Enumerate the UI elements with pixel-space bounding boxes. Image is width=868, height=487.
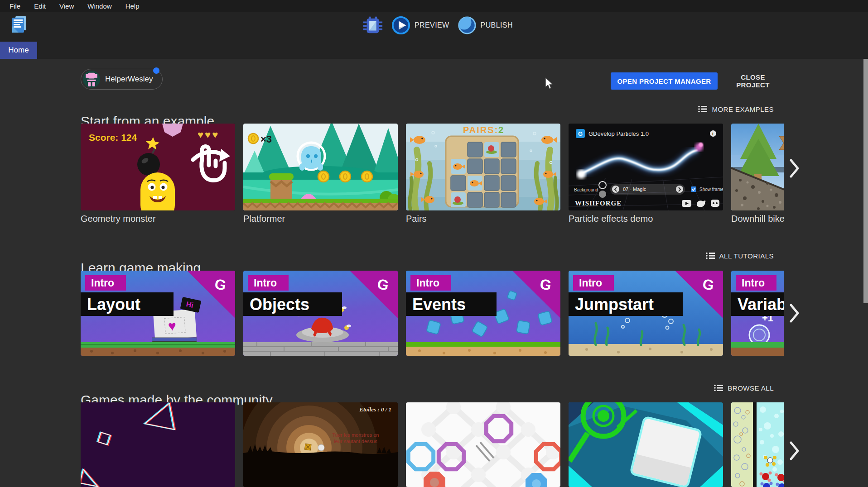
tutorials-next-button[interactable]: [789, 303, 800, 323]
notification-dot: [153, 67, 159, 74]
user-chip[interactable]: HelperWesley: [81, 69, 163, 90]
tutorial-card-variables[interactable]: G +1 Intro Variables: [731, 271, 784, 356]
svg-text:Jumpstart: Jumpstart: [575, 295, 654, 314]
tutorial-card-jumpstart[interactable]: G Intro Jumpstart: [569, 271, 723, 356]
svg-text:Background: Background: [574, 187, 598, 192]
svg-text:♥: ♥: [168, 318, 177, 334]
all-tutorials-label: ALL TUTORIALS: [719, 252, 774, 260]
card-label: Pairs: [406, 214, 562, 224]
platformer-thumbnail: ×3: [243, 124, 398, 210]
card-label: Geometry monster: [81, 214, 237, 224]
preview-button[interactable]: PREVIEW: [391, 16, 449, 35]
menu-item-help[interactable]: Help: [120, 1, 145, 11]
example-card-pairs[interactable]: PAIRS: 2: [406, 124, 560, 210]
close-project-button[interactable]: CLOSE PROJECT: [721, 72, 785, 90]
community-game-4-thumbnail: [569, 402, 723, 487]
list-icon: [714, 384, 723, 392]
svg-text:Events: Events: [412, 295, 466, 314]
community-card-3[interactable]: [406, 402, 560, 487]
svg-text:PAIRS:: PAIRS:: [463, 125, 498, 135]
svg-text:Objects: Objects: [250, 295, 309, 314]
particle-effects-thumbnail: G GDevelop Particles 1.0 i Background 07…: [569, 124, 723, 210]
svg-text:Layout: Layout: [87, 295, 140, 314]
svg-text:Variables: Variables: [738, 295, 784, 314]
svg-text:WISHFORGE: WISHFORGE: [575, 200, 622, 207]
example-card-downhill-bike[interactable]: G: [731, 124, 784, 210]
svg-text:♥♥♥: ♥♥♥: [198, 129, 219, 140]
menu-item-window[interactable]: Window: [82, 1, 117, 11]
tutorial-variables-thumbnail: G +1 Intro Variables: [731, 271, 784, 356]
svg-text:07 - Magic: 07 - Magic: [623, 186, 646, 192]
browse-all-label: BROWSE ALL: [728, 384, 774, 392]
community-game-5-thumbnail: [731, 402, 784, 487]
toolbar-center: PREVIEW PUBLISH: [362, 14, 513, 36]
gdevelop-window: File Edit View Window Help: [0, 0, 868, 487]
svg-text:Score: 124: Score: 124: [89, 132, 137, 143]
menu-item-edit[interactable]: Edit: [28, 1, 52, 11]
open-project-manager-label: OPEN PROJECT MANAGER: [617, 77, 711, 85]
downhill-bike-thumbnail: G: [731, 124, 784, 210]
community-card-2[interactable]: Tuer les monstres en leur sautant dessus…: [243, 402, 398, 487]
play-icon: [391, 16, 410, 35]
publish-button[interactable]: PUBLISH: [458, 16, 513, 35]
debug-icon: [362, 15, 383, 35]
gdevelop-logo-icon[interactable]: [10, 15, 28, 33]
svg-text:Intro: Intro: [254, 277, 277, 289]
example-card-platformer[interactable]: ×3: [243, 124, 398, 210]
card-label: Downhill bike: [731, 214, 784, 224]
community-next-button[interactable]: [789, 441, 800, 461]
browse-all-button[interactable]: BROWSE ALL: [711, 383, 776, 393]
username: HelperWesley: [105, 75, 153, 84]
community-card-1[interactable]: [81, 402, 235, 487]
tab-home-label: Home: [8, 46, 29, 55]
list-icon: [698, 105, 707, 113]
menu-bar: File Edit View Window Help: [0, 0, 868, 12]
tutorial-layout-thumbnail: G ♥ Hi Intro: [81, 271, 235, 356]
debug-button[interactable]: [362, 15, 383, 35]
pairs-thumbnail: PAIRS: 2: [406, 124, 560, 210]
menu-item-file[interactable]: File: [4, 1, 26, 11]
more-examples-label: MORE EXAMPLES: [712, 105, 774, 113]
tutorials-row: G ♥ Hi Intro: [0, 271, 784, 356]
more-examples-button[interactable]: MORE EXAMPLES: [695, 104, 776, 114]
tutorial-card-layout[interactable]: G ♥ Hi Intro: [81, 271, 235, 356]
svg-text:×3: ×3: [260, 134, 272, 145]
publish-icon: [458, 16, 477, 35]
close-project-label: CLOSE PROJECT: [724, 73, 782, 89]
tutorial-card-events[interactable]: G Intro Events: [406, 271, 560, 356]
mouse-cursor: [545, 77, 555, 91]
tutorial-objects-thumbnail: G Intro Objects: [243, 271, 398, 356]
tutorial-card-objects[interactable]: G Intro Objects: [243, 271, 398, 356]
svg-text:Tuer les monstres en: Tuer les monstres en: [333, 432, 379, 438]
preview-label: PREVIEW: [415, 21, 449, 29]
tutorial-jumpstart-thumbnail: G Intro Jumpstart: [569, 271, 723, 356]
community-game-2-thumbnail: Tuer les monstres en leur sautant dessus…: [243, 402, 398, 487]
svg-text:2: 2: [498, 125, 503, 135]
open-project-manager-button[interactable]: OPEN PROJECT MANAGER: [611, 72, 718, 90]
list-icon: [706, 252, 715, 259]
community-game-3-thumbnail: [406, 402, 560, 487]
svg-text:Etoiles : 0 / 1: Etoiles : 0 / 1: [359, 406, 391, 413]
svg-text:GDevelop Particles 1.0: GDevelop Particles 1.0: [588, 130, 649, 137]
examples-row: Score: 124 ♥♥♥: [0, 124, 784, 231]
svg-text:Intro: Intro: [416, 277, 439, 289]
community-card-4[interactable]: [569, 402, 723, 487]
svg-text:Intro: Intro: [579, 277, 602, 289]
tab-home[interactable]: Home: [0, 42, 37, 59]
vertical-scrollbar[interactable]: [863, 59, 868, 303]
example-card-particle-effects[interactable]: G GDevelop Particles 1.0 i Background 07…: [569, 124, 723, 210]
card-label: Platformer: [243, 214, 400, 224]
card-label: Particle effects demo: [569, 214, 725, 224]
examples-next-button[interactable]: [789, 158, 800, 178]
svg-text:G: G: [578, 130, 583, 137]
svg-text:Show frame: Show frame: [699, 187, 723, 192]
avatar: [83, 71, 100, 88]
community-card-5[interactable]: [731, 402, 784, 487]
tutorial-events-thumbnail: G Intro Events: [406, 271, 560, 356]
menu-item-view[interactable]: View: [53, 1, 80, 11]
community-row: Tuer les monstres en leur sautant dessus…: [0, 402, 784, 487]
svg-text:i: i: [712, 131, 714, 136]
example-card-geometry-monster[interactable]: Score: 124 ♥♥♥: [81, 124, 235, 210]
svg-text:Intro: Intro: [91, 277, 114, 289]
all-tutorials-button[interactable]: ALL TUTORIALS: [703, 251, 776, 261]
